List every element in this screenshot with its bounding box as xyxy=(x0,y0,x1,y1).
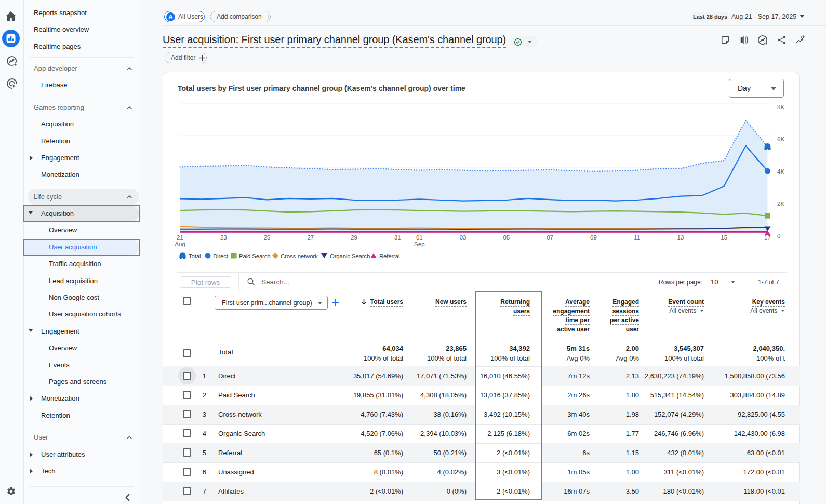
svg-text:2K: 2K xyxy=(777,201,784,207)
svg-text:25: 25 xyxy=(264,234,271,241)
svg-text:Referral: Referral xyxy=(379,253,399,259)
svg-text:21: 21 xyxy=(177,234,183,241)
svg-text:13: 13 xyxy=(677,234,684,241)
svg-text:8K: 8K xyxy=(777,104,784,110)
svg-text:Direct: Direct xyxy=(213,253,229,259)
svg-text:29: 29 xyxy=(351,234,357,241)
svg-text:Cross-network: Cross-network xyxy=(281,253,318,259)
svg-text:Sep: Sep xyxy=(414,241,424,247)
svg-text:0: 0 xyxy=(777,233,780,239)
svg-text:01: 01 xyxy=(416,234,423,241)
svg-text:11: 11 xyxy=(634,234,640,241)
svg-text:31: 31 xyxy=(394,234,401,241)
svg-text:Total: Total xyxy=(189,253,201,259)
svg-text:05: 05 xyxy=(503,234,510,241)
svg-text:07: 07 xyxy=(547,234,553,241)
svg-text:15: 15 xyxy=(721,234,727,241)
svg-text:17: 17 xyxy=(764,234,771,241)
svg-text:Paid Search: Paid Search xyxy=(239,253,270,259)
svg-text:Organic Search: Organic Search xyxy=(330,253,370,259)
svg-text:03: 03 xyxy=(460,234,467,241)
svg-text:09: 09 xyxy=(590,234,597,241)
svg-text:27: 27 xyxy=(307,234,314,241)
svg-text:6K: 6K xyxy=(777,136,784,142)
svg-text:23: 23 xyxy=(220,234,227,241)
svg-text:Aug: Aug xyxy=(175,241,185,247)
svg-text:4K: 4K xyxy=(777,168,784,175)
